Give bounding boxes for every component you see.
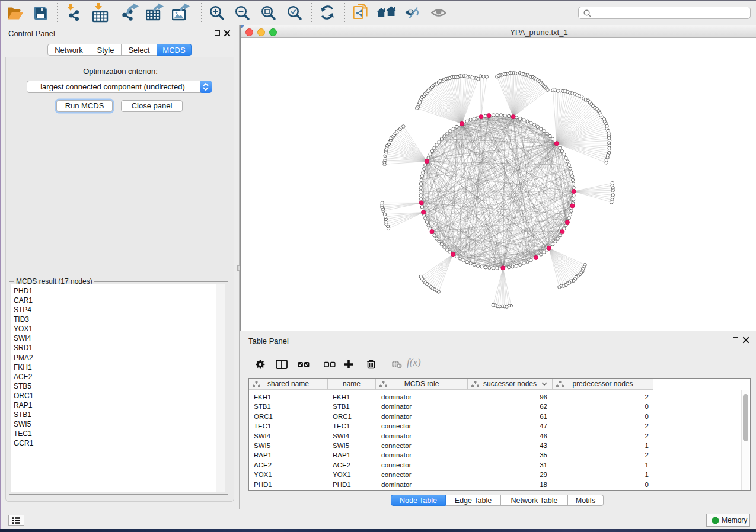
svg-text:f(x): f(x) bbox=[407, 357, 421, 368]
